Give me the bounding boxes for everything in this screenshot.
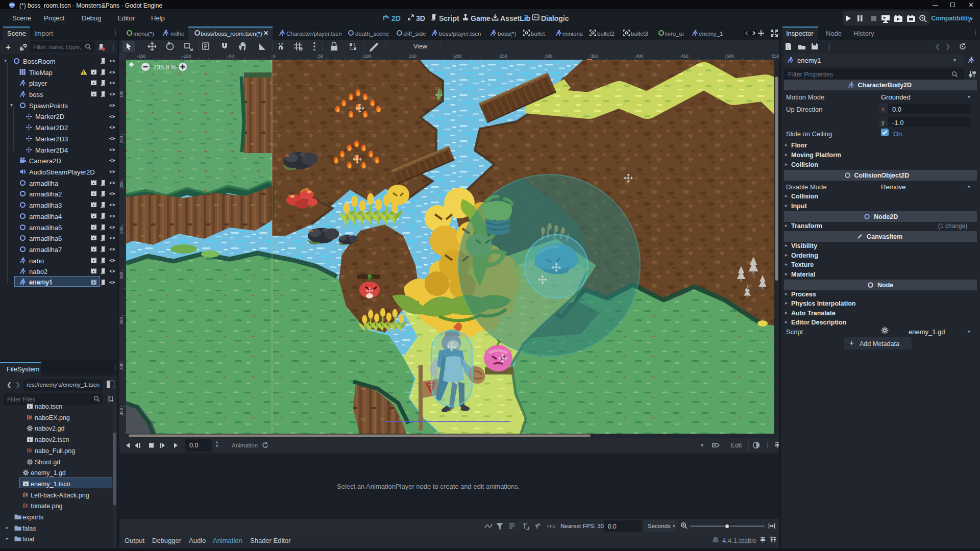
svg-text:250: 250 [119, 227, 124, 234]
svg-text:350: 350 [591, 54, 598, 59]
svg-text:150: 150 [119, 136, 124, 143]
svg-text:-100: -100 [182, 54, 191, 59]
svg-text:500: 500 [727, 54, 734, 59]
svg-text:250: 250 [500, 54, 507, 59]
svg-text:-50: -50 [228, 54, 234, 59]
svg-text:300: 300 [119, 272, 124, 279]
svg-text:550: 550 [772, 54, 779, 59]
svg-text:50: 50 [318, 54, 324, 59]
svg-text:450: 450 [119, 408, 124, 415]
svg-text:235.8 %: 235.8 % [153, 64, 177, 71]
svg-text:450: 450 [681, 54, 689, 59]
svg-text:350: 350 [119, 317, 124, 324]
svg-text:100: 100 [364, 54, 371, 59]
svg-text:400: 400 [119, 362, 124, 369]
svg-text:150: 150 [409, 54, 416, 59]
svg-text:FPS: FPS [547, 524, 555, 529]
svg-text:⋮: ⋮ [826, 43, 832, 51]
svg-text:0: 0 [273, 54, 276, 59]
svg-text:200: 200 [454, 54, 461, 59]
svg-text:300: 300 [545, 54, 552, 59]
svg-text:200: 200 [119, 181, 124, 188]
svg-text:400: 400 [636, 54, 643, 59]
svg-text:100: 100 [119, 90, 124, 97]
svg-text:-150: -150 [137, 54, 145, 59]
